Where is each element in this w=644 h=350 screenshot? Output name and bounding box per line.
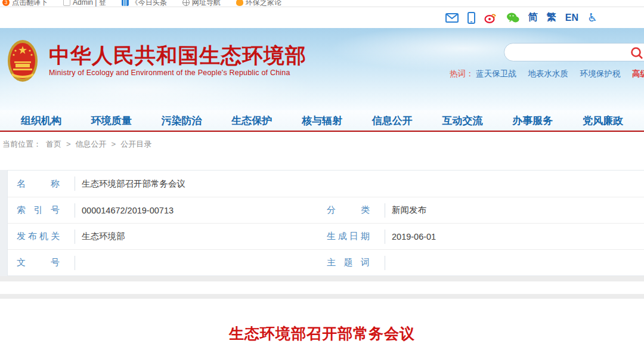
national-emblem-logo — [7, 39, 38, 83]
divider — [385, 203, 385, 218]
lang-english-button[interactable]: EN — [565, 13, 578, 23]
bookmark-item[interactable]: 《今日头条 — [122, 0, 167, 7]
article-section: 生态环境部召开部常务会议 — [0, 299, 644, 348]
site-title: 中华人民共和国生态环境部 — [49, 45, 306, 67]
field-value-name: 生态环境部召开部常务会议 — [82, 178, 185, 190]
divider — [385, 230, 385, 244]
main-nav: 组织机构 环境质量 污染防治 生态保护 核与辐射 信息公开 互动交流 办事服务 … — [0, 110, 644, 132]
table-row: 名称 生态环境部召开部常务会议 — [8, 171, 644, 197]
mail-icon[interactable] — [445, 13, 459, 23]
bookmark-favicon-icon: 3 — [2, 0, 10, 6]
document-meta-table: 名称 生态环境部召开部常务会议 索引号 000014672/2019-00713… — [7, 170, 644, 276]
hot-word-link[interactable]: 地表水水质 — [528, 69, 568, 78]
field-label-index-number: 索引号 — [17, 205, 60, 216]
site-brand[interactable]: 中华人民共和国生态环境部 Ministry of Ecology and Env… — [7, 39, 306, 83]
search-box[interactable] — [504, 43, 644, 61]
document-meta-card-outer: 名称 生态环境部召开部常务会议 索引号 000014672/2019-00713… — [0, 170, 644, 276]
bookmark-favicon-icon — [236, 0, 243, 6]
nav-item-env-quality[interactable]: 环境质量 — [76, 114, 147, 128]
lang-traditional-button[interactable]: 繁 — [547, 11, 556, 24]
breadcrumb-catalog-link[interactable]: 公开目录 — [120, 139, 151, 150]
wechat-icon[interactable] — [506, 12, 519, 23]
section-divider — [0, 276, 644, 281]
search-input[interactable] — [514, 48, 637, 57]
hot-word-link[interactable]: 蓝天保卫战 — [476, 69, 516, 78]
lang-simplified-button[interactable]: 简 — [528, 11, 538, 24]
table-row: 索引号 000014672/2019-00713 分类 新闻发布 — [8, 197, 644, 223]
field-label-name: 名称 — [17, 178, 60, 190]
nav-item-pollution-control[interactable]: 污染防治 — [147, 114, 217, 128]
bookmark-favicon-icon — [63, 0, 70, 6]
bookmark-item[interactable]: 3 点击翻译下 — [2, 0, 48, 7]
nav-item-interaction[interactable]: 互动交流 — [428, 114, 498, 128]
bookmark-favicon-icon — [182, 0, 190, 6]
bookmark-item[interactable]: 环保之家论 — [236, 0, 281, 7]
breadcrumb-separator: > — [112, 140, 116, 148]
nav-item-services[interactable]: 办事服务 — [497, 114, 568, 128]
field-value-issuing-agency: 生态环境部 — [82, 231, 125, 242]
breadcrumb-info-link[interactable]: 信息公开 — [76, 139, 107, 150]
nav-item-nuclear-radiation[interactable]: 核与辐射 — [287, 114, 357, 128]
advanced-search-link[interactable]: 高级检索 — [632, 69, 644, 78]
table-row: 发布机关 生态环境部 生成日期 2019-06-01 — [8, 223, 644, 249]
nav-item-party-conduct[interactable]: 党风廉政 — [568, 114, 638, 128]
breadcrumb-label: 当前位置： — [2, 139, 41, 150]
table-row: 文号 主题词 — [8, 249, 644, 275]
bookmark-item[interactable]: 网址导航 — [182, 0, 221, 7]
field-value-category: 新闻发布 — [392, 205, 426, 216]
breadcrumb-home-link[interactable]: 首页 — [46, 139, 61, 150]
weibo-icon[interactable] — [484, 12, 497, 23]
top-utility-strip: 简 繁 EN ♿ — [0, 7, 644, 28]
section-divider — [0, 294, 644, 299]
nav-item-organization[interactable]: 组织机构 — [6, 114, 76, 128]
divider — [385, 256, 385, 270]
bookmark-label: 网址导航 — [192, 0, 221, 7]
field-label-date: 生成日期 — [327, 231, 370, 242]
field-value-date: 2019-06-01 — [392, 232, 436, 241]
divider — [75, 176, 75, 191]
site-banner: 中华人民共和国生态环境部 Ministry of Ecology and Env… — [0, 28, 644, 110]
breadcrumb-separator: > — [66, 140, 71, 148]
hot-words-row: 热词： 蓝天保卫战 地表水水质 环境保护税 高级检索 — [450, 69, 644, 79]
divider — [75, 230, 75, 244]
field-label-doc-number: 文号 — [17, 257, 60, 268]
field-value-index-number: 000014672/2019-00713 — [82, 206, 174, 215]
bookmark-label: 《今日头条 — [131, 0, 167, 7]
field-label-issuing-agency: 发布机关 — [17, 231, 60, 242]
bookmark-label: 环保之家论 — [246, 0, 281, 7]
nav-item-info-disclosure[interactable]: 信息公开 — [357, 114, 428, 128]
site-subtitle: Ministry of Ecology and Environment of t… — [49, 69, 306, 77]
hot-words-label: 热词： — [450, 69, 474, 78]
accessibility-icon[interactable]: ♿ — [587, 12, 597, 23]
search-icon[interactable] — [630, 47, 643, 60]
field-label-category: 分类 — [327, 205, 370, 216]
bookmark-label: Admin | 登 — [73, 0, 106, 7]
bookmark-item[interactable]: Admin | 登 — [63, 0, 106, 7]
browser-bookmarks-bar: 3 点击翻译下 Admin | 登 《今日头条 网址导航 环保之家论 — [0, 0, 644, 7]
bookmark-label: 点击翻译下 — [12, 0, 48, 7]
breadcrumb: 当前位置： 首页 > 信息公开 > 公开目录 — [0, 132, 644, 156]
bookmark-favicon-icon — [122, 0, 129, 6]
mobile-icon[interactable] — [467, 12, 475, 24]
nav-item-eco-protection[interactable]: 生态保护 — [216, 114, 287, 128]
article-title: 生态环境部召开部常务会议 — [0, 299, 644, 343]
field-label-keywords: 主题词 — [327, 257, 370, 268]
divider — [75, 256, 75, 270]
hot-word-link[interactable]: 环境保护税 — [580, 69, 621, 78]
divider — [75, 203, 75, 218]
